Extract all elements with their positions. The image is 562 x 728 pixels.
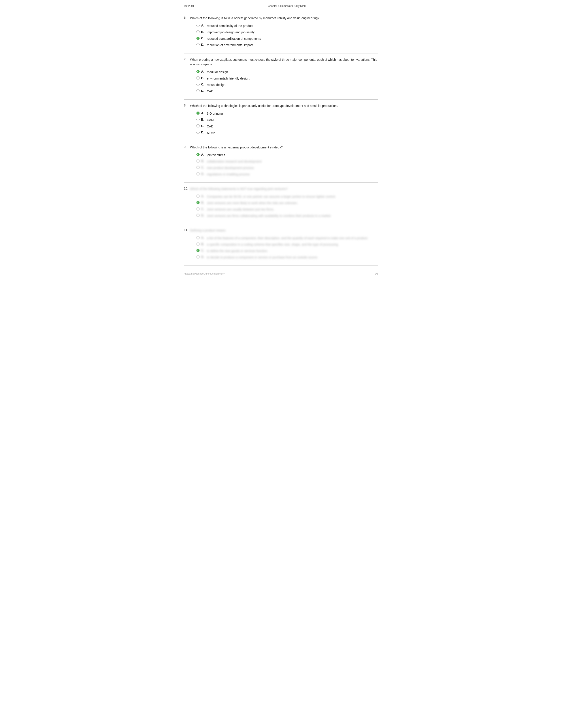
option-indicator-8-2 bbox=[195, 124, 201, 127]
option-text-9-3: regulations or enabling process bbox=[207, 172, 250, 177]
footer-page: 2/5 bbox=[375, 272, 378, 275]
option-text-6-3: reduction of environmental impact bbox=[207, 43, 253, 47]
option-text-9-2: new product development process bbox=[207, 166, 254, 170]
option-row-9-2[interactable]: C.new product development process bbox=[195, 166, 378, 170]
option-label-7-1: B. bbox=[201, 76, 206, 80]
option-label-10-2: C. bbox=[201, 207, 206, 211]
option-label-7-3: D. bbox=[201, 89, 206, 93]
option-label-9-1: B. bbox=[201, 159, 206, 163]
question-num-11: 11. bbox=[184, 228, 190, 233]
option-row-7-1[interactable]: B.environmentally friendly design. bbox=[195, 76, 378, 81]
option-text-6-1: improved job design and job safety bbox=[207, 30, 255, 35]
question-text-10: Which of the following statements is NOT… bbox=[190, 187, 287, 191]
questions-container: 6.Which of the following is NOT a benefi… bbox=[184, 12, 378, 266]
option-label-9-2: C. bbox=[201, 166, 206, 169]
option-row-9-3[interactable]: D.regulations or enabling process bbox=[195, 172, 378, 177]
option-row-7-0[interactable]: A.modular design. bbox=[195, 70, 378, 74]
option-row-10-0[interactable]: A.Companies can be 50-50, or one partner… bbox=[195, 194, 378, 199]
option-row-6-3[interactable]: D.reduction of environmental impact bbox=[195, 43, 378, 47]
option-text-7-2: robust design. bbox=[207, 83, 226, 87]
option-text-10-3: Joint ventures are firms collaborating w… bbox=[207, 214, 331, 218]
option-label-11-1: B. bbox=[201, 242, 206, 246]
option-indicator-11-3 bbox=[195, 255, 201, 258]
question-8: 8.Which of the following technologies is… bbox=[184, 100, 378, 141]
question-text-7: When ordering a new zagflatz, customers … bbox=[190, 57, 378, 67]
option-text-8-0: 3-D printing bbox=[207, 111, 223, 116]
option-row-8-1[interactable]: B.CAM bbox=[195, 118, 378, 122]
header-title: Chapter 5 Homework-Sally Nihill bbox=[196, 4, 378, 8]
option-indicator-8-3 bbox=[195, 131, 201, 134]
option-row-11-3[interactable]: D.to decide to produce a component or se… bbox=[195, 255, 378, 260]
option-indicator-10-3 bbox=[195, 214, 201, 217]
option-row-6-0[interactable]: A.reduced complexity of the product bbox=[195, 24, 378, 28]
option-indicator-8-0 bbox=[195, 112, 201, 115]
option-text-8-1: CAM bbox=[207, 118, 214, 122]
option-text-7-0: modular design. bbox=[207, 70, 229, 74]
option-indicator-9-3 bbox=[195, 172, 201, 175]
option-row-6-1[interactable]: B.improved job design and job safety bbox=[195, 30, 378, 35]
options-9: A.joint venturesB.collaborative research… bbox=[195, 153, 378, 177]
header-date: 10/1/2017 bbox=[184, 4, 196, 8]
option-indicator-11-1 bbox=[195, 243, 201, 246]
option-indicator-7-0 bbox=[195, 70, 201, 73]
question-num-10: 10. bbox=[184, 187, 190, 191]
options-7: A.modular design.B.environmentally frien… bbox=[195, 70, 378, 94]
option-label-11-3: D. bbox=[201, 255, 206, 259]
option-indicator-10-1: ✓ bbox=[195, 201, 201, 204]
option-row-10-1[interactable]: ✓B.Joint ventures are more likely to wor… bbox=[195, 201, 378, 205]
option-row-8-2[interactable]: C.CAD bbox=[195, 124, 378, 129]
option-text-8-2: CAD bbox=[207, 124, 214, 129]
option-text-6-0: reduced complexity of the product bbox=[207, 24, 253, 28]
option-row-10-3[interactable]: D.Joint ventures are firms collaborating… bbox=[195, 214, 378, 218]
option-label-10-0: A. bbox=[201, 194, 206, 198]
option-label-8-1: B. bbox=[201, 118, 206, 121]
question-9: 9.Which of the following is an external … bbox=[184, 141, 378, 183]
question-text-8: Which of the following technologies is p… bbox=[190, 104, 338, 108]
option-row-7-2[interactable]: C.robust design. bbox=[195, 83, 378, 87]
question-text-11: Defining a product means: bbox=[190, 228, 226, 233]
options-6: A.reduced complexity of the productB.imp… bbox=[195, 24, 378, 47]
option-row-8-0[interactable]: A.3-D printing bbox=[195, 111, 378, 116]
question-11: 11.Defining a product means:A.a list of … bbox=[184, 224, 378, 266]
option-row-11-1[interactable]: B.a specific composition in a coding sch… bbox=[195, 242, 378, 247]
option-text-10-2: Joint ventures are usually between just … bbox=[207, 207, 274, 212]
option-label-9-0: A. bbox=[201, 153, 206, 156]
option-indicator-11-2: ✓ bbox=[195, 249, 201, 252]
option-row-8-3[interactable]: D.STEP bbox=[195, 131, 378, 135]
option-indicator-9-0 bbox=[195, 153, 201, 156]
option-text-10-0: Companies can be 50-50, or one partner c… bbox=[207, 194, 336, 199]
option-row-7-3[interactable]: D.CAD. bbox=[195, 89, 378, 94]
option-indicator-6-0 bbox=[195, 24, 201, 27]
option-text-8-3: STEP bbox=[207, 131, 215, 135]
option-indicator-7-3 bbox=[195, 89, 201, 92]
option-indicator-6-1 bbox=[195, 30, 201, 33]
page-footer: https://newconnect.mheducation.com/ 2/5 bbox=[184, 272, 378, 275]
option-row-10-2[interactable]: C.Joint ventures are usually between jus… bbox=[195, 207, 378, 212]
option-row-6-2[interactable]: C.reduced standardization of components bbox=[195, 36, 378, 41]
question-text-9: Which of the following is an external pr… bbox=[190, 145, 282, 150]
option-indicator-9-1 bbox=[195, 159, 201, 163]
option-indicator-6-2 bbox=[195, 37, 201, 40]
option-indicator-10-2 bbox=[195, 207, 201, 210]
option-label-8-0: A. bbox=[201, 111, 206, 115]
option-label-6-1: B. bbox=[201, 30, 206, 34]
option-indicator-9-2 bbox=[195, 166, 201, 169]
option-label-6-0: A. bbox=[201, 24, 206, 27]
option-text-11-1: a specific composition in a coding schem… bbox=[207, 242, 339, 247]
question-num-6: 6. bbox=[184, 16, 190, 21]
option-row-11-0[interactable]: A.a list of the features of a component,… bbox=[195, 236, 378, 241]
option-label-11-2: C. bbox=[201, 249, 206, 252]
option-label-8-3: D. bbox=[201, 131, 206, 134]
option-label-11-0: A. bbox=[201, 236, 206, 239]
option-indicator-6-3 bbox=[195, 43, 201, 46]
footer-url: https://newconnect.mheducation.com/ bbox=[184, 272, 225, 275]
option-row-9-1[interactable]: B.collaborative research and development bbox=[195, 159, 378, 164]
option-text-10-1: Joint ventures are more likely to work w… bbox=[207, 201, 298, 205]
option-text-7-1: environmentally friendly design. bbox=[207, 76, 250, 81]
option-label-7-2: C. bbox=[201, 83, 206, 86]
question-num-9: 9. bbox=[184, 145, 190, 150]
option-row-9-0[interactable]: A.joint ventures bbox=[195, 153, 378, 157]
options-11: A.a list of the features of a component,… bbox=[195, 236, 378, 260]
option-row-11-2[interactable]: ✓C.to define the new goods or services f… bbox=[195, 249, 378, 253]
question-num-8: 8. bbox=[184, 104, 190, 108]
